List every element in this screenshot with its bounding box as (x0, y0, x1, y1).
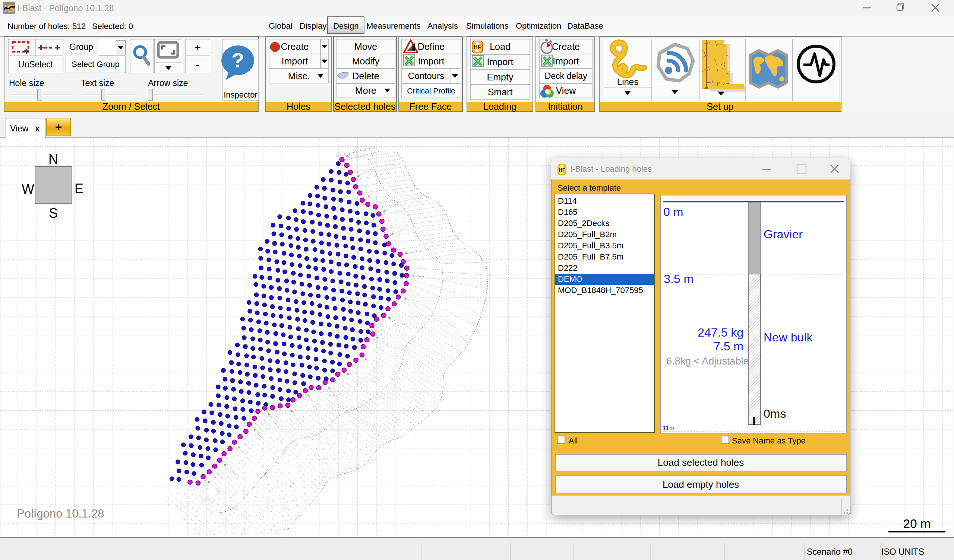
svg-text:11m: 11m (662, 425, 675, 432)
svg-text:HF: HF (559, 167, 565, 173)
svg-text:S: S (49, 205, 58, 221)
svg-text:0 m: 0 m (663, 205, 683, 219)
svg-text:7.5 m: 7.5 m (714, 339, 744, 353)
svg-text:247.5 kg: 247.5 kg (698, 326, 744, 339)
svg-text:W: W (22, 181, 34, 197)
svg-text:0ms: 0ms (764, 407, 786, 420)
svg-text:E: E (75, 181, 83, 196)
svg-text:6.8kg < Adjustable: 6.8kg < Adjustable (666, 356, 749, 367)
svg-text:3.5 m: 3.5 m (664, 272, 694, 286)
svg-text:N: N (48, 152, 58, 167)
svg-text:New bulk: New bulk (764, 331, 813, 344)
svg-text:Gravier: Gravier (764, 227, 803, 241)
